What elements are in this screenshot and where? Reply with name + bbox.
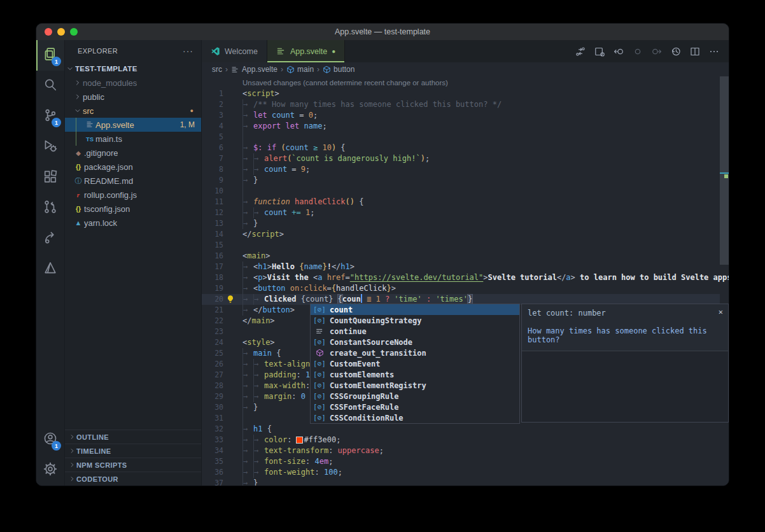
line-number: 27	[202, 370, 223, 381]
breadcrumb-item-main[interactable]: main	[286, 65, 314, 74]
file-history-button[interactable]	[668, 43, 684, 60]
section-timeline[interactable]: TIMELINE	[65, 444, 201, 458]
gear-icon	[43, 462, 57, 479]
code-line-19: 19→<button on:click={handleClick}>	[202, 283, 720, 294]
code-line-10: 10	[202, 186, 720, 197]
badge: 1	[52, 57, 61, 66]
previous-change-button[interactable]	[610, 43, 627, 60]
tree-root-test-template[interactable]: TEST-TEMPLATE	[65, 62, 201, 76]
code-line-2: 2→/** How many times has someone clicked…	[202, 99, 720, 110]
tree-item-node-modules[interactable]: node_modules	[65, 76, 201, 90]
activitybar-item-extensions[interactable]	[36, 162, 64, 193]
tree-item-app-svelte[interactable]: App.svelte1, M	[65, 118, 201, 132]
open-changes-button[interactable]	[591, 43, 608, 60]
tab-app-svelte[interactable]: App.svelte●	[267, 40, 345, 62]
variable-icon: [⊘]	[312, 381, 326, 389]
file-tree: TEST-TEMPLATEnode_modulespublicsrc●App.s…	[65, 62, 201, 430]
more-actions-icon[interactable]: ···	[183, 46, 193, 56]
section-npm-scripts[interactable]: NPM SCRIPTS	[65, 458, 201, 472]
split-editor-button[interactable]	[687, 43, 703, 60]
tab-welcome[interactable]: Welcome	[202, 40, 267, 62]
suggestion-customelements[interactable]: [⊘]customElements	[311, 369, 519, 380]
activitybar-item-github-pr[interactable]	[36, 193, 64, 223]
title-bar: App.svelte — test-template	[36, 24, 729, 40]
sidebar-sections: OUTLINETIMELINENPM SCRIPTSCODETOUR	[65, 430, 201, 486]
activitybar-item-run-debug[interactable]	[36, 132, 64, 162]
chevron-down-icon	[65, 65, 75, 73]
line-number: 5	[202, 132, 223, 143]
breadcrumb-separator: ›	[281, 65, 283, 74]
activitybar-item-live-share[interactable]	[36, 223, 64, 254]
code-line-18: 18→<p>Visit the <a href="https://svelte.…	[202, 272, 720, 283]
code-line-4: 4→export let name;	[202, 121, 720, 132]
git-icon: ◆	[73, 150, 84, 157]
line-number: 12	[202, 207, 223, 218]
code-line-1: 1<script>	[202, 88, 720, 99]
line-number: 18	[202, 272, 223, 283]
breadcrumb-separator: ›	[317, 65, 319, 74]
more-actions-button[interactable]	[706, 43, 722, 60]
badge: 1	[52, 118, 61, 127]
tree-item--gitignore[interactable]: ◆.gitignore	[65, 146, 201, 160]
activitybar-item-settings[interactable]	[36, 455, 64, 486]
suggestion-create_out_transition[interactable]: create_out_transition	[311, 347, 519, 358]
open-changes-icon	[594, 46, 605, 57]
line-number: 22	[202, 316, 223, 326]
tree-item-rollup-config-js[interactable]: rrollup.config.js	[65, 188, 201, 202]
suggestion-customevent[interactable]: [⊘]CustomEvent	[311, 358, 519, 369]
activitybar-item-source-control[interactable]: 1	[36, 101, 64, 132]
breadcrumb-item-app-svelte[interactable]: App.svelte	[231, 65, 277, 74]
suggestion-cssfontfacerule[interactable]: [⊘]CSSFontFaceRule	[311, 402, 519, 412]
arrow-circle-right-icon	[652, 46, 662, 57]
activitybar-item-accounts[interactable]: 1	[36, 424, 64, 455]
line-number: 21	[202, 305, 223, 316]
code-line-17: 17→<h1>Hello {name}!</h1>	[202, 262, 720, 272]
tree-item-public[interactable]: public	[65, 90, 201, 104]
tree-item-tsconfig-json[interactable]: {}tsconfig.json	[65, 202, 201, 216]
suggestion-description: How many times has someone clicked this …	[528, 326, 722, 344]
suggestion-cssconditionrule[interactable]: [⊘]CSSConditionRule	[311, 412, 519, 423]
code-line-35: 35→→font-size: 4em;	[202, 456, 720, 467]
code-line-32: 32→h1 {	[202, 424, 720, 435]
cube-icon	[286, 66, 295, 74]
tree-item-src[interactable]: src●	[65, 104, 201, 118]
line-number: 16	[202, 251, 223, 262]
breadcrumb-item-src[interactable]: src	[212, 65, 222, 74]
current-change-button[interactable]	[629, 43, 646, 60]
code-line-16: 16<main>	[202, 251, 720, 262]
suggestion-count[interactable]: [⊘]count	[311, 304, 519, 315]
compare-changes-button[interactable]	[572, 43, 589, 60]
gitlens-annotation: Unsaved changes (cannot determine recent…	[202, 78, 720, 88]
rollup-icon: r	[73, 191, 84, 199]
section-outline[interactable]: OUTLINE	[65, 430, 201, 444]
editor-toolbar	[345, 40, 729, 62]
activitybar-item-azure[interactable]	[36, 254, 64, 284]
azure-icon	[43, 261, 57, 277]
code-editor[interactable]: Unsaved changes (cannot determine recent…	[202, 76, 729, 486]
tree-item-main-ts[interactable]: TSmain.ts	[65, 132, 201, 146]
suggestion-docs-panel: let count: number How many times has som…	[521, 304, 729, 423]
line-number: 9	[202, 175, 223, 186]
editor-scrollbar[interactable]	[720, 76, 729, 265]
suggestion-constantsourcenode[interactable]: [⊘]ConstantSourceNode	[311, 337, 519, 347]
tree-item-yarn-lock[interactable]: ▲yarn.lock	[65, 216, 201, 230]
suggestion-continue[interactable]: continue	[311, 326, 519, 337]
activitybar-item-search[interactable]	[36, 71, 64, 101]
section-codetour[interactable]: CODETOUR	[65, 472, 201, 486]
variable-icon: [⊘]	[312, 392, 326, 400]
line-number: 25	[202, 348, 223, 359]
breadcrumb-item-button[interactable]: button	[323, 65, 354, 74]
tree-item-package-json[interactable]: {}package.json	[65, 160, 201, 174]
code-line-3: 3→let count = 0;	[202, 110, 720, 121]
suggestion-cssgroupingrule[interactable]: [⊘]CSSGroupingRule	[311, 391, 519, 402]
activitybar-item-explorer[interactable]: 1	[36, 40, 64, 71]
code-line-8: 8→→count = 9;	[202, 164, 720, 175]
color-swatch[interactable]	[297, 437, 302, 443]
suggestion-customelementregistry[interactable]: [⊘]CustomElementRegistry	[311, 380, 519, 391]
chevron-right-icon	[73, 79, 83, 87]
suggestion-countqueuingstrategy[interactable]: [⊘]CountQueuingStrategy	[311, 315, 519, 326]
next-change-button[interactable]	[649, 43, 665, 60]
close-icon[interactable]: ✕	[719, 307, 723, 316]
share-icon	[43, 230, 57, 247]
tree-item-readme-md[interactable]: ⓘREADME.md	[65, 174, 201, 188]
